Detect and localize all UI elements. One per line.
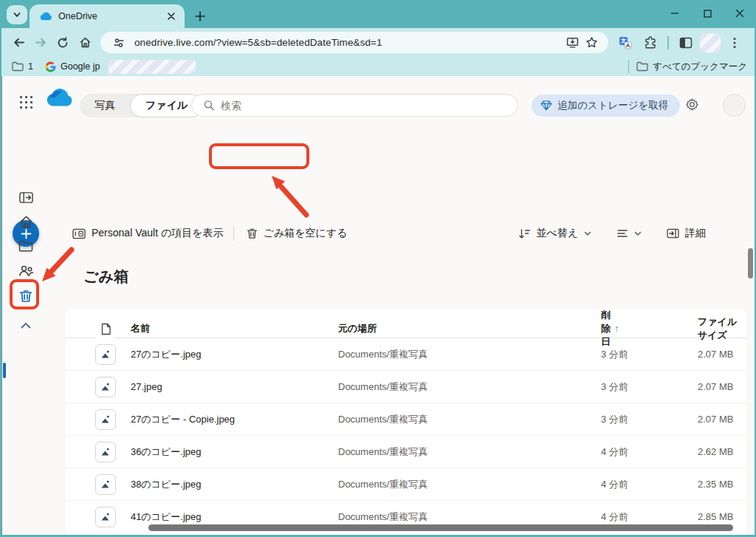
image-file-icon bbox=[95, 507, 116, 527]
file-list-card: 名前 元の場所 削除日 ↑ ファイル サイズ 27のコピー.jpeg Docum… bbox=[65, 309, 746, 535]
window-maximize-button[interactable] bbox=[691, 0, 724, 27]
show-vault-items-button[interactable]: Personal Vault の項目を表示 bbox=[65, 222, 231, 244]
side-panel-icon[interactable] bbox=[675, 32, 697, 54]
image-file-icon bbox=[95, 344, 116, 365]
empty-recycle-bin-button[interactable]: ごみ箱を空にする bbox=[239, 222, 355, 244]
forward-button[interactable] bbox=[30, 32, 52, 54]
bookmarks-bar: 1 Google jp すべてのブックマーク bbox=[1, 57, 755, 76]
trash-icon bbox=[247, 228, 258, 239]
tab-close-icon[interactable] bbox=[165, 10, 177, 23]
column-header-deleted[interactable]: 削除日 ↑ bbox=[557, 309, 623, 349]
column-header-size[interactable]: ファイル サイズ bbox=[635, 315, 746, 342]
sidebar-selection-indicator bbox=[3, 363, 6, 378]
browser-nav-toolbar: onedrive.live.com/?view=5&sb=deletedDate… bbox=[1, 28, 755, 57]
commandbar-separator bbox=[233, 226, 234, 241]
bookmark-folder-count: 1 bbox=[28, 61, 33, 72]
browser-tab[interactable]: OneDrive bbox=[30, 4, 185, 28]
window-minimize-button[interactable] bbox=[659, 0, 691, 27]
table-header-row: 名前 元の場所 削除日 ↑ ファイル サイズ bbox=[65, 309, 746, 338]
details-pane-button[interactable]: 詳細 bbox=[659, 222, 713, 244]
details-pane-icon bbox=[667, 228, 679, 239]
browser-window: OneDrive one bbox=[0, 0, 756, 537]
extensions-icon[interactable] bbox=[639, 32, 662, 54]
view-toggle: 写真 ファイル bbox=[80, 94, 203, 117]
view-options-button[interactable] bbox=[609, 222, 649, 244]
sidebar-collapse-icon[interactable] bbox=[18, 189, 34, 205]
image-file-icon bbox=[95, 377, 116, 397]
bookmark-folder-1[interactable]: 1 bbox=[6, 58, 39, 75]
new-tab-button[interactable] bbox=[190, 7, 210, 26]
table-row[interactable]: 9 - Copie.jpeg Documents/重複写真 4 分前 672 K… bbox=[65, 533, 746, 535]
chevron-down-icon bbox=[634, 231, 642, 236]
get-storage-label: 追加のストレージを取得 bbox=[557, 99, 668, 112]
empty-recycle-bin-label: ごみ箱を空にする bbox=[264, 227, 348, 240]
details-label: 詳細 bbox=[685, 227, 706, 240]
image-file-icon bbox=[95, 474, 116, 495]
plus-icon bbox=[195, 11, 205, 21]
annotation-box-recycle-icon bbox=[10, 279, 39, 309]
sidebar-collapse-chevron-icon[interactable] bbox=[18, 317, 34, 333]
all-bookmarks-label[interactable]: すべてのブックマーク bbox=[653, 61, 747, 73]
sort-label: 並べ替え bbox=[536, 227, 578, 240]
browser-titlebar: OneDrive bbox=[0, 0, 756, 28]
settings-gear-icon[interactable] bbox=[685, 98, 699, 112]
sort-button[interactable]: 並べ替え bbox=[511, 222, 599, 244]
list-view-icon bbox=[616, 229, 628, 238]
translate-icon[interactable] bbox=[614, 32, 636, 54]
back-button[interactable] bbox=[7, 32, 30, 54]
onedrive-cloud-icon bbox=[39, 12, 52, 21]
sidebar-files-icon[interactable] bbox=[18, 238, 34, 254]
all-bookmarks-folder-icon bbox=[636, 61, 648, 72]
site-info-icon[interactable] bbox=[109, 33, 128, 52]
folder-icon bbox=[12, 61, 24, 72]
chevron-down-icon bbox=[584, 231, 591, 236]
search-input[interactable] bbox=[221, 100, 509, 112]
browser-menu-icon[interactable] bbox=[724, 32, 746, 54]
search-icon bbox=[204, 100, 214, 111]
table-row[interactable]: 38のコピー.jpeg Documents/重複写真 4 分前 2.35 MB bbox=[65, 468, 746, 501]
account-avatar[interactable] bbox=[723, 94, 746, 117]
show-vault-items-label: Personal Vault の項目を表示 bbox=[92, 227, 224, 240]
url-text[interactable]: onedrive.live.com/?view=5&sb=deletedDate… bbox=[134, 37, 563, 48]
address-bar[interactable]: onedrive.live.com/?view=5&sb=deletedDate… bbox=[100, 32, 608, 53]
sort-ascending-icon: ↑ bbox=[614, 324, 619, 334]
home-button[interactable] bbox=[74, 32, 96, 54]
table-row[interactable]: 27のコピー - Copie.jpeg Documents/重複写真 3 分前 … bbox=[65, 403, 746, 436]
bookmark-star-icon[interactable] bbox=[582, 33, 601, 52]
page-title: ごみ箱 bbox=[83, 267, 128, 287]
bookmark-google-jp[interactable]: Google jp bbox=[39, 58, 106, 75]
sidebar-home-icon[interactable] bbox=[18, 213, 34, 230]
search-box[interactable] bbox=[191, 94, 518, 117]
horizontal-scrollbar[interactable] bbox=[148, 524, 733, 531]
window-close-button[interactable] bbox=[724, 0, 756, 27]
google-favicon bbox=[45, 61, 56, 72]
column-header-location[interactable]: 元の場所 bbox=[338, 322, 545, 335]
image-file-icon bbox=[95, 442, 116, 462]
table-row[interactable]: 27.jpeg Documents/重複写真 3 分前 2.07 MB bbox=[65, 371, 746, 403]
onedrive-logo[interactable] bbox=[44, 88, 74, 107]
bookmark-label: Google jp bbox=[61, 61, 100, 72]
bookmarks-separator bbox=[628, 60, 630, 73]
vertical-scrollbar[interactable] bbox=[748, 248, 753, 278]
tab-title: OneDrive bbox=[58, 11, 159, 21]
table-row[interactable]: 36のコピー.jpeg Documents/重複写真 4 分前 2.62 MB bbox=[65, 436, 746, 468]
toolbar-separator bbox=[667, 36, 669, 49]
app-launcher-icon[interactable] bbox=[18, 95, 32, 109]
personal-vault-icon bbox=[72, 228, 86, 239]
chevron-down-icon bbox=[13, 10, 21, 19]
onedrive-page: 写真 ファイル 追加のストレージを取得 bbox=[1, 76, 755, 535]
image-file-icon bbox=[95, 409, 116, 430]
table-row[interactable]: 27のコピー.jpeg Documents/重複写真 3 分前 2.07 MB bbox=[65, 338, 746, 371]
chevron-down-icon bbox=[622, 326, 623, 331]
reload-button[interactable] bbox=[52, 32, 74, 54]
tab-search-button[interactable] bbox=[7, 5, 27, 24]
sidebar-shared-icon[interactable] bbox=[18, 262, 34, 278]
install-app-icon[interactable] bbox=[563, 33, 582, 52]
file-type-column-icon[interactable] bbox=[95, 318, 116, 339]
diamond-icon bbox=[540, 100, 552, 111]
profile-avatar[interactable] bbox=[700, 33, 721, 52]
sort-icon bbox=[518, 228, 530, 239]
toggle-photos[interactable]: 写真 bbox=[80, 94, 130, 117]
get-storage-button[interactable]: 追加のストレージを取得 bbox=[532, 95, 680, 117]
column-header-name[interactable]: 名前 bbox=[131, 322, 326, 335]
